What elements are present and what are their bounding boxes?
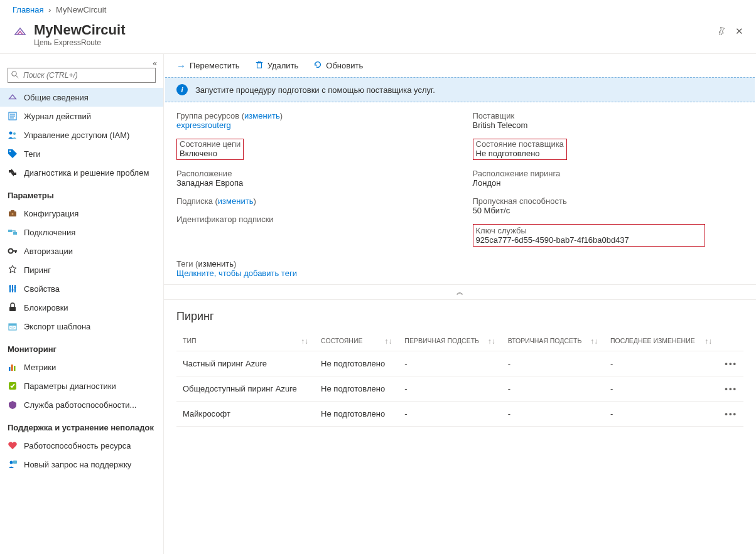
sidebar-item-label: Новый запрос на поддержку bbox=[24, 460, 131, 469]
sidebar-item-activity-log[interactable]: Журнал действий bbox=[0, 107, 163, 125]
iam-icon bbox=[8, 130, 18, 140]
sidebar-item-label: Журнал действий bbox=[24, 112, 91, 121]
sidebar-item-iam[interactable]: Управление доступом (IAM) bbox=[0, 125, 163, 144]
cell-status: Не подготовлено bbox=[315, 376, 398, 402]
collapse-properties-icon[interactable]: ︽ bbox=[164, 284, 756, 300]
circuit-status-highlight: Состояние цепи Включено bbox=[176, 139, 244, 160]
svg-rect-28 bbox=[11, 365, 13, 371]
sidebar-item-new-support-request[interactable]: Новый запрос на поддержку bbox=[0, 455, 163, 474]
config-icon bbox=[8, 208, 18, 218]
sidebar-item-authorizations[interactable]: Авторизации bbox=[0, 242, 163, 260]
sort-icon: ↑↓ bbox=[705, 337, 712, 346]
rg-label: Группа ресурсов bbox=[176, 111, 239, 120]
svg-rect-29 bbox=[14, 366, 16, 371]
sidebar-item-service-health[interactable]: Служба работоспособности... bbox=[0, 395, 163, 414]
search-icon bbox=[11, 71, 19, 80]
toolbar: →Переместить Удалить Обновить bbox=[164, 54, 756, 77]
search-input[interactable] bbox=[8, 68, 156, 83]
cell-status: Не подготовлено bbox=[315, 402, 398, 427]
auth-icon bbox=[8, 246, 18, 256]
row-actions-button[interactable]: ••• bbox=[718, 376, 743, 402]
breadcrumb-separator: › bbox=[48, 5, 51, 14]
service-key-highlight: Ключ службы 925ca777-6d55-4590-bab7-4f16… bbox=[473, 224, 705, 247]
sidebar-item-diagnostic-settings[interactable]: Параметры диагностики bbox=[0, 376, 163, 395]
cell-modified: - bbox=[604, 351, 718, 376]
row-actions-button[interactable]: ••• bbox=[718, 351, 743, 376]
sidebar-item-overview[interactable]: Общие сведения bbox=[0, 88, 163, 107]
info-banner: i Запустите процедуру подготовки с помощ… bbox=[165, 77, 755, 102]
provider-status-highlight: Состояние поставщика Не подготовлено bbox=[473, 139, 567, 160]
svg-point-20 bbox=[9, 286, 11, 288]
move-icon: → bbox=[176, 60, 186, 71]
circuit-status-label: Состояние цепи bbox=[180, 139, 240, 149]
pin-icon[interactable] bbox=[717, 26, 726, 37]
rg-value-link[interactable]: expressrouterg bbox=[176, 120, 231, 130]
subscription-change-link[interactable]: изменить bbox=[218, 196, 254, 206]
table-row[interactable]: Общедоступный пиринг Azure Не подготовле… bbox=[176, 376, 743, 402]
row-actions-button[interactable]: ••• bbox=[718, 402, 743, 427]
cell-primary: - bbox=[398, 351, 501, 376]
tags-add-link[interactable]: Щелкните, чтобы добавить теги bbox=[176, 269, 297, 278]
export-icon: </> bbox=[8, 321, 18, 331]
delete-button[interactable]: Удалить bbox=[255, 60, 299, 71]
sidebar-item-peerings[interactable]: Пиринг bbox=[0, 260, 163, 279]
svg-rect-13 bbox=[13, 232, 17, 235]
svg-point-11 bbox=[12, 213, 14, 215]
servicekey-value: 925ca777-6d55-4590-bab7-4f16ba0bd437 bbox=[476, 235, 629, 245]
delete-icon bbox=[255, 60, 264, 71]
sidebar-item-properties[interactable]: Свойства bbox=[0, 279, 163, 298]
table-row[interactable]: Майкрософт Не подготовлено - - - ••• bbox=[176, 402, 743, 427]
sort-icon: ↑↓ bbox=[488, 337, 495, 346]
sidebar-item-metrics[interactable]: Метрики bbox=[0, 358, 163, 376]
cell-secondary: - bbox=[502, 402, 604, 427]
prop-subscription: Подписка (изменить) bbox=[176, 196, 448, 206]
banner-text: Запустите процедуру подготовки с помощью… bbox=[195, 85, 435, 95]
cell-secondary: - bbox=[502, 351, 604, 376]
prop-resource-group: Группа ресурсов (изменить) expressrouter… bbox=[176, 111, 448, 130]
sidebar-item-tags[interactable]: Теги bbox=[0, 144, 163, 163]
peering-table: ТИП↑↓ СОСТОЯНИЕ↑↓ ПЕРВИЧНАЯ ПОДСЕТЬ↑↓ ВТ… bbox=[176, 332, 743, 427]
col-type[interactable]: ТИП↑↓ bbox=[176, 332, 315, 351]
table-row[interactable]: Частный пиринг Azure Не подготовлено - -… bbox=[176, 351, 743, 376]
close-icon[interactable]: ✕ bbox=[735, 26, 743, 37]
sidebar-item-label: Общие сведения bbox=[24, 93, 89, 102]
header: MyNewCircuit Цепь ExpressRoute ✕ bbox=[0, 19, 756, 54]
sidebar-item-diagnose[interactable]: Диагностика и решение проблем bbox=[0, 163, 163, 182]
sidebar-item-locks[interactable]: Блокировки bbox=[0, 298, 163, 317]
resource-health-icon bbox=[8, 440, 18, 450]
svg-point-31 bbox=[10, 461, 13, 464]
cell-primary: - bbox=[398, 376, 501, 402]
sidebar-item-resource-health[interactable]: Работоспособность ресурса bbox=[0, 436, 163, 455]
sidebar-item-label: Авторизации bbox=[24, 247, 73, 256]
col-primary[interactable]: ПЕРВИЧНАЯ ПОДСЕТЬ↑↓ bbox=[398, 332, 501, 351]
location-label: Расположение bbox=[176, 169, 232, 178]
sidebar-item-configuration[interactable]: Конфигурация bbox=[0, 204, 163, 223]
main-content: →Переместить Удалить Обновить i Запустит… bbox=[164, 54, 756, 554]
bandwidth-value: 50 Мбит/с bbox=[473, 206, 510, 215]
collapse-sidebar-icon[interactable]: « bbox=[153, 59, 157, 68]
sidebar-item-export-template[interactable]: </> Экспорт шаблона bbox=[0, 317, 163, 336]
svg-rect-23 bbox=[9, 307, 16, 311]
cell-type: Частный пиринг Azure bbox=[176, 351, 315, 376]
sidebar-item-connections[interactable]: Подключения bbox=[0, 223, 163, 242]
sidebar: « Общие сведения Журнал действий Управле… bbox=[0, 54, 164, 554]
breadcrumb-home[interactable]: Главная bbox=[13, 5, 43, 14]
sidebar-item-label: Пиринг bbox=[24, 265, 51, 275]
move-label: Переместить bbox=[190, 61, 240, 70]
col-modified[interactable]: ПОСЛЕДНЕЕ ИЗМЕНЕНИЕ↑↓ bbox=[604, 332, 718, 351]
sort-icon: ↑↓ bbox=[301, 337, 308, 346]
refresh-button[interactable]: Обновить bbox=[313, 60, 363, 71]
move-button[interactable]: →Переместить bbox=[176, 60, 240, 71]
cell-primary: - bbox=[398, 402, 501, 427]
prop-provider: Поставщик British Telecom bbox=[473, 111, 744, 130]
col-secondary[interactable]: ВТОРИЧНАЯ ПОДСЕТЬ↑↓ bbox=[502, 332, 604, 351]
expressroute-icon bbox=[13, 24, 28, 40]
col-status[interactable]: СОСТОЯНИЕ↑↓ bbox=[315, 332, 398, 351]
svg-point-6 bbox=[9, 132, 13, 135]
properties-grid: Группа ресурсов (изменить) expressrouter… bbox=[164, 102, 756, 259]
tags-change-link[interactable]: изменить bbox=[198, 259, 234, 269]
rg-change-link[interactable]: изменить bbox=[244, 111, 280, 120]
health-icon bbox=[8, 400, 18, 410]
sidebar-item-label: Подключения bbox=[24, 228, 75, 237]
svg-point-8 bbox=[9, 151, 11, 152]
